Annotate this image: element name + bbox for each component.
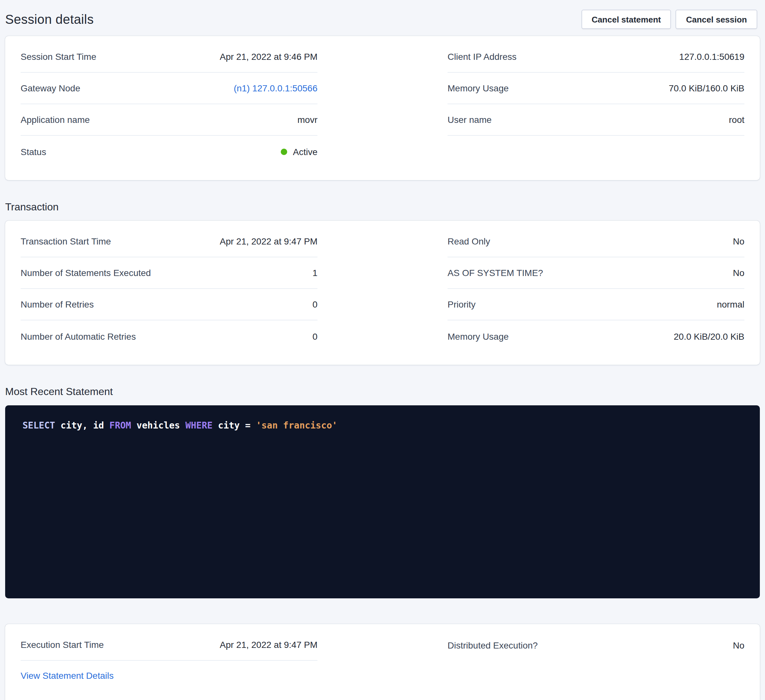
row-label: Read Only xyxy=(447,236,490,246)
row-label: Execution Start Time xyxy=(20,640,104,650)
row-value: No xyxy=(733,236,745,246)
transaction-grid: Transaction Start Time Apr 21, 2022 at 9… xyxy=(20,226,745,352)
row-distributed-execution: Distributed Execution? No xyxy=(447,629,745,661)
page-header: Session details Cancel statement Cancel … xyxy=(5,6,760,32)
sql-table-name: vehicles xyxy=(137,420,180,430)
row-read-only: Read Only No xyxy=(447,226,745,257)
row-value: Apr 21, 2022 at 9:47 PM xyxy=(220,640,318,650)
row-label: Application name xyxy=(20,115,90,125)
row-user-name: User name root xyxy=(447,104,745,136)
row-label: Session Start Time xyxy=(20,52,96,62)
sql-condition: city = xyxy=(218,420,250,430)
row-session-start-time: Session Start Time Apr 21, 2022 at 9:46 … xyxy=(20,41,318,73)
status-value: Active xyxy=(281,146,318,157)
row-execution-start-time: Execution Start Time Apr 21, 2022 at 9:4… xyxy=(20,629,318,661)
row-label: Number of Statements Executed xyxy=(20,268,151,278)
sql-where-keyword: WHERE xyxy=(186,420,212,430)
row-automatic-retries: Number of Automatic Retries 0 xyxy=(20,320,318,352)
cancel-session-button[interactable]: Cancel session xyxy=(676,9,757,29)
sql-string-literal: 'san francisco' xyxy=(256,420,337,430)
row-value: No xyxy=(733,640,745,650)
page-title: Session details xyxy=(5,12,94,27)
statement-heading: Most Recent Statement xyxy=(5,385,760,398)
execution-grid: Execution Start Time Apr 21, 2022 at 9:4… xyxy=(20,629,745,691)
row-label: Number of Automatic Retries xyxy=(20,331,136,341)
row-session-memory-usage: Memory Usage 70.0 KiB/160.0 KiB xyxy=(447,73,745,104)
row-value: 20.0 KiB/20.0 KiB xyxy=(674,331,745,341)
row-value: normal xyxy=(717,299,745,309)
row-as-of-system-time: AS OF SYSTEM TIME? No xyxy=(447,257,745,289)
row-value: Apr 21, 2022 at 9:47 PM xyxy=(220,236,318,246)
sql-select-keyword: SELECT xyxy=(22,420,55,430)
row-transaction-start-time: Transaction Start Time Apr 21, 2022 at 9… xyxy=(20,226,318,257)
row-label: Client IP Address xyxy=(447,52,516,62)
row-value: 0 xyxy=(312,331,318,341)
row-label: Transaction Start Time xyxy=(20,236,111,246)
execution-left-column: Execution Start Time Apr 21, 2022 at 9:4… xyxy=(20,629,318,691)
row-gateway-node: Gateway Node (n1) 127.0.0.1:50566 xyxy=(20,73,318,104)
row-label: User name xyxy=(447,115,492,125)
row-application-name: Application name movr xyxy=(20,104,318,136)
row-label: AS OF SYSTEM TIME? xyxy=(447,268,543,278)
status-badge: Active xyxy=(293,146,318,157)
execution-card: Execution Start Time Apr 21, 2022 at 9:4… xyxy=(5,624,760,700)
row-label: Gateway Node xyxy=(20,83,80,93)
row-label: Priority xyxy=(447,299,475,309)
sql-statement-text: SELECT city, id FROM vehicles WHERE city… xyxy=(22,420,743,430)
session-details-page: Session details Cancel statement Cancel … xyxy=(0,0,765,700)
row-label: Number of Retries xyxy=(20,299,94,309)
transaction-left-column: Transaction Start Time Apr 21, 2022 at 9… xyxy=(20,226,318,352)
row-statements-executed: Number of Statements Executed 1 xyxy=(20,257,318,289)
page-root: Session details Cancel statement Cancel … xyxy=(0,0,765,700)
session-summary-grid: Session Start Time Apr 21, 2022 at 9:46 … xyxy=(20,41,745,167)
row-label: Distributed Execution? xyxy=(447,640,538,650)
statement-details-link-row: View Statement Details xyxy=(20,661,318,691)
session-summary-left-column: Session Start Time Apr 21, 2022 at 9:46 … xyxy=(20,41,318,167)
row-value: Apr 21, 2022 at 9:46 PM xyxy=(220,52,318,62)
row-label: Memory Usage xyxy=(447,83,509,93)
row-priority: Priority normal xyxy=(447,289,745,320)
row-value: 70.0 KiB/160.0 KiB xyxy=(669,83,745,93)
row-value: 1 xyxy=(312,268,318,278)
view-statement-details-link[interactable]: View Statement Details xyxy=(20,670,114,681)
session-summary-right-column: Client IP Address 127.0.0.1:50619 Memory… xyxy=(447,41,745,167)
row-value: movr xyxy=(298,115,318,125)
row-client-ip-address: Client IP Address 127.0.0.1:50619 xyxy=(447,41,745,73)
execution-right-column: Distributed Execution? No xyxy=(447,629,745,691)
row-transaction-memory-usage: Memory Usage 20.0 KiB/20.0 KiB xyxy=(447,320,745,352)
sql-select-list: city, id xyxy=(61,420,104,430)
cancel-statement-button[interactable]: Cancel statement xyxy=(581,9,671,29)
session-summary-card: Session Start Time Apr 21, 2022 at 9:46 … xyxy=(5,36,760,180)
row-value: root xyxy=(729,115,745,125)
row-value: 0 xyxy=(312,299,318,309)
row-number-of-retries: Number of Retries 0 xyxy=(20,289,318,320)
sql-statement-box: SELECT city, id FROM vehicles WHERE city… xyxy=(5,405,760,598)
row-value: 127.0.0.1:50619 xyxy=(679,52,745,62)
gateway-node-link[interactable]: (n1) 127.0.0.1:50566 xyxy=(234,83,318,93)
row-value: No xyxy=(733,268,745,278)
sql-from-keyword: FROM xyxy=(109,420,131,430)
header-actions: Cancel statement Cancel session xyxy=(581,9,757,29)
active-status-dot xyxy=(281,148,287,155)
row-label: Status xyxy=(20,146,46,157)
row-status: Status Active xyxy=(20,136,318,167)
transaction-right-column: Read Only No AS OF SYSTEM TIME? No Prior… xyxy=(447,226,745,352)
row-label: Memory Usage xyxy=(447,331,509,341)
transaction-heading: Transaction xyxy=(5,201,760,213)
transaction-card: Transaction Start Time Apr 21, 2022 at 9… xyxy=(5,221,760,365)
